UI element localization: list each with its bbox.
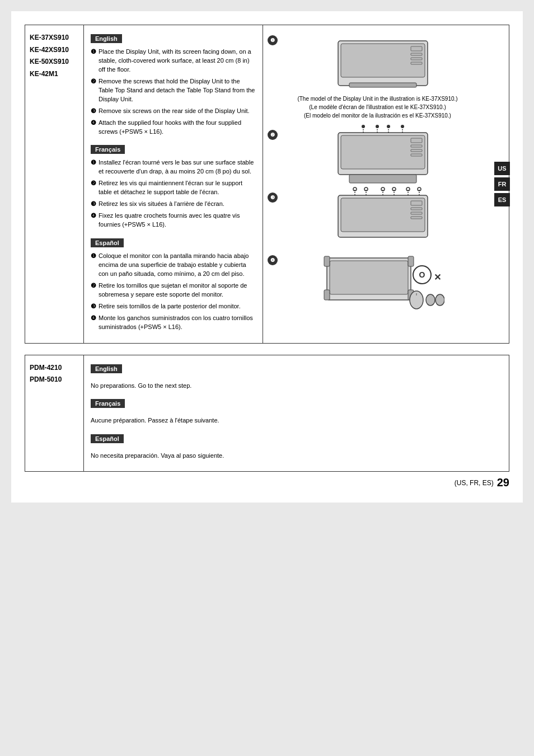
en-step4-text: Attach the supplied four hooks with the … <box>99 119 256 137</box>
french-badge: Français <box>91 145 125 154</box>
french-block: Français ❶ Installez l'écran tourné vers… <box>91 142 256 229</box>
section2-content: English No preparations. Go to the next … <box>84 355 509 472</box>
fr-step3: ❸ Retirez les six vis situées à l'arrièr… <box>91 200 256 209</box>
en-step1-text: Place the Display Unit, with its screen … <box>99 48 256 74</box>
footer-locale: (US, FR, ES) <box>455 479 494 487</box>
section2-box: PDM-4210 PDM-5010 English No preparation… <box>25 355 509 472</box>
svg-rect-6 <box>411 62 422 64</box>
section2-english-block: English No preparations. Go to the next … <box>91 361 502 391</box>
svg-point-18 <box>387 125 390 128</box>
spanish-badge: Español <box>91 238 124 247</box>
svg-point-52 <box>435 294 444 306</box>
fr-step1-text: Installez l'écran tourné vers le bas sur… <box>99 158 256 176</box>
en-step1: ❶ Place the Display Unit, with its scree… <box>91 48 256 74</box>
page-footer: (US, FR, ES) 29 <box>25 476 509 489</box>
svg-rect-42 <box>324 256 330 266</box>
svg-rect-3 <box>411 46 422 51</box>
svg-rect-25 <box>411 208 422 210</box>
svg-rect-24 <box>411 201 422 205</box>
diagrams-top: ❶ <box>268 30 504 318</box>
svg-rect-9 <box>411 138 422 143</box>
section2-spanish-text: No necesita preparación. Vaya al paso si… <box>91 451 502 461</box>
svg-rect-5 <box>411 58 422 60</box>
section2-spanish-block: Español No necesita preparación. Vaya al… <box>91 431 502 461</box>
fr-step2-text: Retirez les vis qui maintiennent l'écran… <box>99 179 256 197</box>
page: KE-37XS910 KE-42XS910 KE-50XS910 KE-42M1… <box>11 11 523 503</box>
en-step2-text: Remove the screws that hold the Display … <box>99 77 256 104</box>
section2-french-badge: Français <box>91 399 125 408</box>
diag-step2-row: ❷ <box>268 124 488 186</box>
fr-step4-text: Fixez les quatre crochets fournis avec l… <box>99 212 256 229</box>
svg-text:✕: ✕ <box>433 273 441 282</box>
diagram-1 <box>321 30 444 91</box>
svg-rect-10 <box>411 145 422 147</box>
diag-step4-row: ❹ O <box>268 250 488 317</box>
tab-es: ES <box>494 193 510 206</box>
es-step1-text: Coloque el monitor con la pantalla miran… <box>99 252 256 279</box>
es-step1: ❶ Coloque el monitor con la pantalla mir… <box>91 252 256 279</box>
tab-fr: FR <box>494 177 510 191</box>
diag-num-3: ❸ <box>268 192 278 203</box>
svg-rect-26 <box>411 212 422 214</box>
diag-step1-row: ❶ <box>268 30 488 91</box>
section2-french-block: Français Aucune préparation. Passez à l'… <box>91 396 502 425</box>
svg-point-20 <box>401 125 404 128</box>
model-pdm4210: PDM-4210 <box>30 362 79 374</box>
en-step4: ❹ Attach the supplied four hooks with th… <box>91 119 256 137</box>
svg-rect-12 <box>411 154 422 156</box>
svg-rect-27 <box>411 217 422 219</box>
svg-point-14 <box>362 125 365 128</box>
svg-text:O: O <box>419 270 425 279</box>
diagram-3 <box>321 187 444 248</box>
es-step2-text: Retire los tornillos que sujetan el moni… <box>99 281 256 299</box>
fr-step3-text: Retirez les six vis situées à l'arrière … <box>99 200 256 209</box>
model-ke37xs910: KE-37XS910 <box>30 32 79 44</box>
diag-step3-row: ❸ <box>268 187 488 248</box>
model-ke50xs910: KE-50XS910 <box>30 56 79 68</box>
es-step4: ❹ Monte los ganchos suministrados con lo… <box>91 314 256 332</box>
es-step3-text: Retire seis tornillos de la parte poster… <box>99 302 256 311</box>
diag-num-1: ❶ <box>268 35 278 45</box>
en-step3: ❸ Remove six screws on the rear side of … <box>91 107 256 116</box>
en-step2: ❷ Remove the screws that hold the Displa… <box>91 77 256 104</box>
side-tabs: US FR ES <box>494 162 510 206</box>
svg-rect-21 <box>349 175 416 183</box>
section2-english-badge: English <box>91 364 122 373</box>
svg-rect-11 <box>411 149 422 152</box>
fr-step1: ❶ Installez l'écran tourné vers le bas s… <box>91 158 256 176</box>
model-ke42m1: KE-42M1 <box>30 68 79 81</box>
diagram-2 <box>321 124 444 186</box>
diag-num-4: ❹ <box>268 255 278 265</box>
es-step4-text: Monte los ganchos suministrados con los … <box>99 314 256 332</box>
english-block: English ❶ Place the Display Unit, with i… <box>91 31 256 136</box>
es-step2: ❷ Retire los tornillos que sujetan el mo… <box>91 281 256 299</box>
en-step3-text: Remove six screws on the rear side of th… <box>99 107 256 116</box>
svg-point-51 <box>426 294 435 306</box>
svg-rect-43 <box>408 256 414 266</box>
spanish-block: Español ❶ Coloque el monitor con la pant… <box>91 235 256 332</box>
page-number: 29 <box>497 476 509 489</box>
fr-step4: ❹ Fixez les quatre crochets fournis avec… <box>91 212 256 229</box>
svg-rect-4 <box>411 53 422 55</box>
svg-point-16 <box>376 125 379 128</box>
fr-step2: ❷ Retirez les vis qui maintiennent l'écr… <box>91 179 256 197</box>
section2-french-text: Aucune préparation. Passez à l'étape sui… <box>91 416 502 425</box>
svg-rect-41 <box>330 261 408 294</box>
model-pdm5010: PDM-5010 <box>30 374 79 386</box>
svg-rect-44 <box>324 290 330 300</box>
tab-us: US <box>494 162 510 175</box>
svg-rect-2 <box>349 83 416 87</box>
section2-models: PDM-4210 PDM-5010 <box>25 355 84 472</box>
diagram-caption: (The model of the Display Unit in the il… <box>297 95 457 120</box>
section1-models: KE-37XS910 KE-42XS910 KE-50XS910 KE-42M1 <box>25 25 84 343</box>
section1-diagrams: ❶ <box>263 25 509 343</box>
es-step3: ❸ Retire seis tornillos de la parte post… <box>91 302 256 311</box>
model-ke42xs910: KE-42XS910 <box>30 44 79 57</box>
diagram-4: O ✕ <box>321 250 444 317</box>
section1-instructions: English ❶ Place the Display Unit, with i… <box>84 25 263 343</box>
section1-box: KE-37XS910 KE-42XS910 KE-50XS910 KE-42M1… <box>25 25 509 344</box>
section2-spanish-badge: Español <box>91 434 124 443</box>
section2-english-text: No preparations. Go to the next step. <box>91 381 502 391</box>
english-badge: English <box>91 34 122 43</box>
diag-num-2: ❷ <box>268 130 278 140</box>
